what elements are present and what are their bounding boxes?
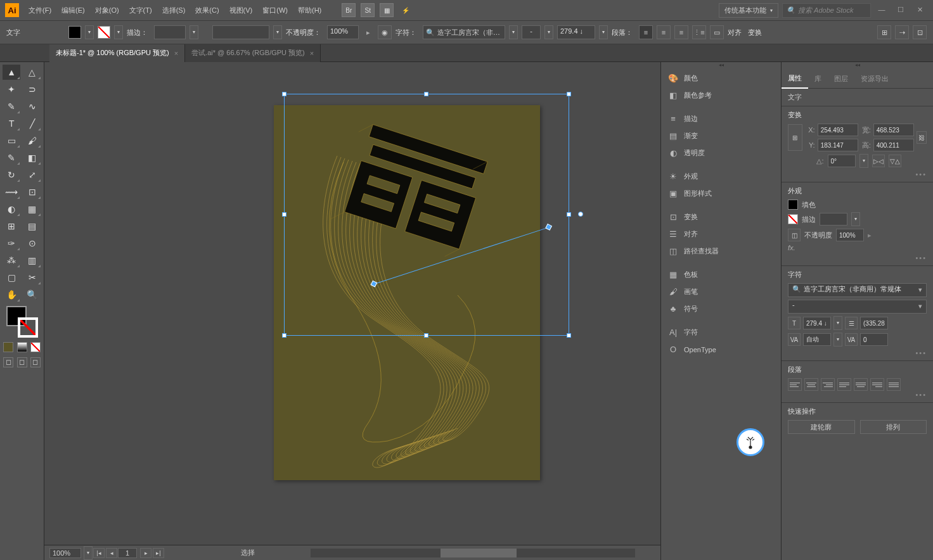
- appearance-stroke-weight[interactable]: [820, 213, 847, 226]
- reference-point-widget[interactable]: ⊞: [788, 124, 802, 151]
- panel-gradient[interactable]: ▤渐变: [661, 127, 781, 144]
- none-mode-btn[interactable]: [30, 342, 41, 352]
- horizontal-scrollbar[interactable]: [311, 549, 635, 557]
- menu-type[interactable]: 文字(T): [125, 3, 157, 18]
- recolor-icon[interactable]: ◉: [378, 25, 392, 39]
- para-justify-right[interactable]: [870, 378, 884, 391]
- hand-tool[interactable]: ✋: [3, 287, 20, 302]
- panel-transparency[interactable]: ◐透明度: [661, 144, 781, 162]
- panel-brushes[interactable]: 🖌画笔: [661, 283, 781, 300]
- char-font-family[interactable]: 🔍造字工房言宋（非商用）常规体: [788, 283, 927, 297]
- eraser-tool[interactable]: ◧: [23, 150, 41, 165]
- lasso-tool[interactable]: ⊃: [23, 82, 41, 97]
- appearance-opacity-input[interactable]: [836, 229, 864, 241]
- graph-tool[interactable]: ▥: [23, 253, 41, 268]
- fill-dropdown[interactable]: ▾: [85, 25, 94, 39]
- font-style-drop[interactable]: ▾: [544, 25, 553, 39]
- direct-selection-tool[interactable]: △: [23, 65, 41, 80]
- sel-handle-tc[interactable]: [424, 92, 428, 96]
- window-maximize[interactable]: ☐: [892, 4, 909, 16]
- hscroll-thumb[interactable]: [441, 549, 517, 557]
- menu-window[interactable]: 窗口(W): [258, 3, 292, 18]
- arrange-icon[interactable]: ▦: [380, 3, 394, 17]
- width-tool[interactable]: ⟿: [3, 184, 20, 200]
- pen-tool[interactable]: ✎: [3, 99, 20, 114]
- selection-bounding-box[interactable]: [284, 94, 569, 336]
- flip-h-icon[interactable]: ▷◁: [872, 155, 885, 167]
- align-right-btn[interactable]: ≡: [674, 25, 688, 39]
- ctrl-icon-3[interactable]: ⊡: [913, 25, 927, 39]
- artboard-number[interactable]: 1: [118, 548, 137, 558]
- zoom-drop[interactable]: ▾: [84, 546, 93, 560]
- para-justify-center[interactable]: [854, 378, 868, 391]
- blend-tool[interactable]: ⊙: [23, 236, 41, 251]
- appearance-fill-swatch[interactable]: [788, 200, 798, 210]
- panel-graphic-styles[interactable]: ▣图形样式: [661, 185, 781, 202]
- menu-help[interactable]: 帮助(H): [293, 3, 326, 18]
- tab-1-close[interactable]: ×: [174, 49, 178, 57]
- line-tool[interactable]: ╱: [23, 116, 41, 131]
- char-more[interactable]: •••: [788, 349, 927, 357]
- window-close[interactable]: ✕: [911, 4, 928, 16]
- magic-wand-tool[interactable]: ✦: [3, 82, 20, 97]
- rp-tab-asset-export[interactable]: 资源导出: [854, 70, 895, 88]
- font-style-input[interactable]: -: [522, 25, 541, 39]
- fx-label[interactable]: fx.: [788, 244, 795, 251]
- panel-symbols[interactable]: ♣符号: [661, 300, 781, 317]
- symbol-sprayer-tool[interactable]: ⁂: [3, 253, 20, 268]
- first-artboard-btn[interactable]: |◂: [93, 548, 105, 558]
- var-width-profile[interactable]: [212, 25, 269, 39]
- fill-swatch[interactable]: [68, 26, 81, 39]
- panel-swatches[interactable]: ▦色板: [661, 266, 781, 283]
- prev-artboard-btn[interactable]: ◂: [106, 548, 117, 558]
- para-align-left[interactable]: [788, 378, 802, 391]
- search-stock-input[interactable]: 🔍搜索 Adobe Stock: [782, 3, 871, 18]
- envelope-btn[interactable]: ▭: [710, 25, 724, 39]
- menu-effect[interactable]: 效果(C): [191, 3, 223, 18]
- dock-grip[interactable]: ◂◂: [661, 62, 781, 70]
- menu-object[interactable]: 对象(O): [91, 3, 124, 18]
- appearance-more[interactable]: •••: [788, 254, 927, 262]
- ctrl-icon-2[interactable]: ⇢: [895, 25, 909, 39]
- sel-handle-tl[interactable]: [282, 92, 286, 96]
- menu-edit[interactable]: 编辑(E): [57, 3, 89, 18]
- char-size-drop[interactable]: ▾: [833, 316, 842, 330]
- free-transform-tool[interactable]: ⊡: [23, 184, 41, 200]
- menu-file[interactable]: 文件(F): [24, 3, 56, 18]
- panel-appearance[interactable]: ☀外观: [661, 168, 781, 185]
- panel-pathfinder[interactable]: ◫路径查找器: [661, 243, 781, 260]
- rp-tab-layers[interactable]: 图层: [828, 70, 854, 88]
- slice-tool[interactable]: ✂: [23, 270, 41, 285]
- rp-tab-libraries[interactable]: 库: [808, 70, 828, 88]
- appearance-stroke-drop[interactable]: ▾: [851, 212, 860, 226]
- para-align-right[interactable]: [821, 378, 835, 391]
- opacity-arrow-icon[interactable]: ▸: [366, 29, 370, 37]
- angle-drop[interactable]: ▾: [859, 154, 868, 168]
- arrange-btn[interactable]: 排列: [860, 420, 927, 434]
- transform-more[interactable]: •••: [788, 170, 927, 178]
- stroke-color[interactable]: [18, 317, 38, 338]
- bullet-btn[interactable]: ⋮≡: [692, 25, 706, 39]
- bridge-icon[interactable]: Br: [342, 3, 356, 17]
- artboard-tool[interactable]: ▢: [3, 270, 20, 285]
- fill-stroke-widget[interactable]: [6, 306, 38, 338]
- draw-inside-btn[interactable]: ◻: [30, 357, 41, 367]
- paintbrush-tool[interactable]: 🖌: [23, 133, 41, 148]
- rp-tab-properties[interactable]: 属性: [782, 69, 808, 89]
- w-input[interactable]: [873, 124, 914, 136]
- stroke-dropdown[interactable]: ▾: [114, 25, 123, 39]
- workspace-switcher[interactable]: 传统基本功能 ▾: [719, 3, 778, 18]
- menu-select[interactable]: 选择(S): [158, 3, 190, 18]
- para-justify-all[interactable]: [887, 378, 901, 391]
- align-left-btn[interactable]: ≡: [639, 25, 653, 39]
- angle-input[interactable]: [828, 155, 856, 167]
- char-size-input[interactable]: [803, 317, 831, 329]
- appearance-stroke-swatch[interactable]: [788, 214, 798, 224]
- create-outlines-btn[interactable]: 建轮廓: [788, 420, 855, 434]
- canvas[interactable]: 100% ▾ |◂ ◂ 1 ▸ ▸| 选择 ▸: [44, 62, 660, 560]
- font-size-drop[interactable]: ▾: [599, 25, 608, 39]
- gradient-mode-btn[interactable]: [17, 342, 27, 352]
- stroke-weight-drop[interactable]: ▾: [190, 25, 198, 39]
- stroke-swatch[interactable]: [98, 26, 110, 39]
- char-tracking-input[interactable]: [860, 333, 888, 346]
